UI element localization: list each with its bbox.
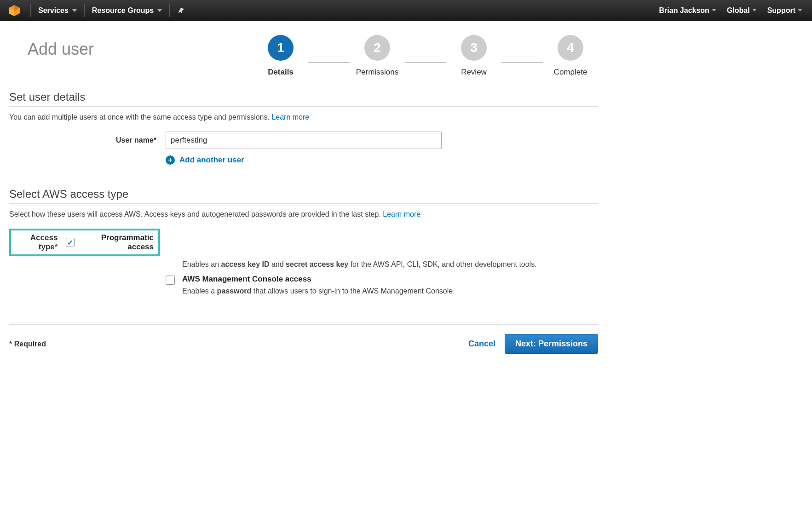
help-text: Select how these users will access AWS. … xyxy=(9,210,383,218)
nav-support-label: Support xyxy=(767,6,795,15)
step-number: 2 xyxy=(364,35,390,61)
aws-logo-icon[interactable] xyxy=(7,3,22,18)
access-programmatic-desc-row: Enables an access key ID and secret acce… xyxy=(9,257,598,270)
divider xyxy=(169,4,170,17)
wizard-step-details: 1 Details xyxy=(253,35,308,77)
required-note: * Required xyxy=(9,340,46,348)
nav-resource-groups[interactable]: Resource Groups xyxy=(86,0,167,21)
add-another-user-label: Add another user xyxy=(179,155,244,165)
chevron-down-icon xyxy=(157,9,162,12)
step-label: Permissions xyxy=(356,68,399,77)
learn-more-link[interactable]: Learn more xyxy=(383,210,420,218)
next-permissions-button[interactable]: Next: Permissions xyxy=(505,334,598,354)
programmatic-access-title: Programmatic access xyxy=(81,233,154,252)
wizard-header: Add user 1 Details 2 Permissions 3 Revie… xyxy=(28,35,598,77)
footer: * Required Cancel Next: Permissions xyxy=(9,325,598,363)
step-number: 1 xyxy=(268,35,294,61)
nav-account[interactable]: Brian Jackson xyxy=(654,0,721,21)
help-text: You can add multiple users at once with … xyxy=(9,113,271,121)
programmatic-access-checkbox[interactable] xyxy=(66,238,74,247)
step-connector xyxy=(405,62,446,63)
top-nav: Services Resource Groups Brian Jackson G… xyxy=(0,0,812,21)
step-label: Review xyxy=(461,68,487,77)
access-type-label: Access type* xyxy=(14,233,64,252)
chevron-down-icon xyxy=(798,9,802,12)
username-row: User name* xyxy=(9,132,598,149)
section-access-heading: Select AWS access type xyxy=(9,188,598,204)
console-access-title: AWS Management Console access xyxy=(182,275,598,284)
section-user-details-help: You can add multiple users at once with … xyxy=(9,113,598,121)
add-another-user-link[interactable]: + Add another user xyxy=(166,155,598,165)
chevron-down-icon xyxy=(712,9,716,12)
nav-account-label: Brian Jackson xyxy=(659,6,709,15)
wizard-step-complete: 4 Complete xyxy=(543,35,598,77)
console-access-description: Enables a password that allows users to … xyxy=(182,286,598,297)
chevron-down-icon xyxy=(72,9,77,12)
step-connector xyxy=(501,62,543,63)
section-user-details-heading: Set user details xyxy=(9,91,598,107)
nav-services-label: Services xyxy=(38,6,69,15)
step-label: Complete xyxy=(554,68,587,77)
step-label: Details xyxy=(268,68,294,77)
wizard-step-review: 3 Review xyxy=(446,35,501,77)
username-input[interactable] xyxy=(166,132,442,149)
nav-support[interactable]: Support xyxy=(762,0,807,21)
page-title: Add user xyxy=(28,40,94,59)
chevron-down-icon xyxy=(753,9,756,12)
step-number: 4 xyxy=(558,35,583,61)
highlight-annotation: Access type* Programmatic access xyxy=(9,229,160,256)
programmatic-access-description: Enables an access key ID and secret acce… xyxy=(182,259,598,270)
nav-resource-groups-label: Resource Groups xyxy=(92,6,154,15)
access-programmatic-row: Access type* Programmatic access xyxy=(9,229,598,256)
pin-icon[interactable] xyxy=(172,0,191,21)
divider xyxy=(84,4,85,17)
cancel-button[interactable]: Cancel xyxy=(459,334,505,353)
nav-services[interactable]: Services xyxy=(33,0,82,21)
wizard-steps: 1 Details 2 Permissions 3 Review 4 Compl… xyxy=(253,35,598,77)
step-number: 3 xyxy=(461,35,487,61)
learn-more-link[interactable]: Learn more xyxy=(271,113,309,121)
access-console-row: AWS Management Console access Enables a … xyxy=(9,275,598,297)
console-access-checkbox[interactable] xyxy=(166,276,175,285)
wizard-step-permissions: 2 Permissions xyxy=(350,35,405,77)
divider xyxy=(30,4,31,17)
nav-region[interactable]: Global xyxy=(721,0,762,21)
plus-circle-icon: + xyxy=(166,155,175,165)
section-access-help: Select how these users will access AWS. … xyxy=(9,210,598,218)
nav-region-label: Global xyxy=(727,6,750,15)
step-connector xyxy=(308,62,350,63)
username-label: User name* xyxy=(9,136,166,144)
